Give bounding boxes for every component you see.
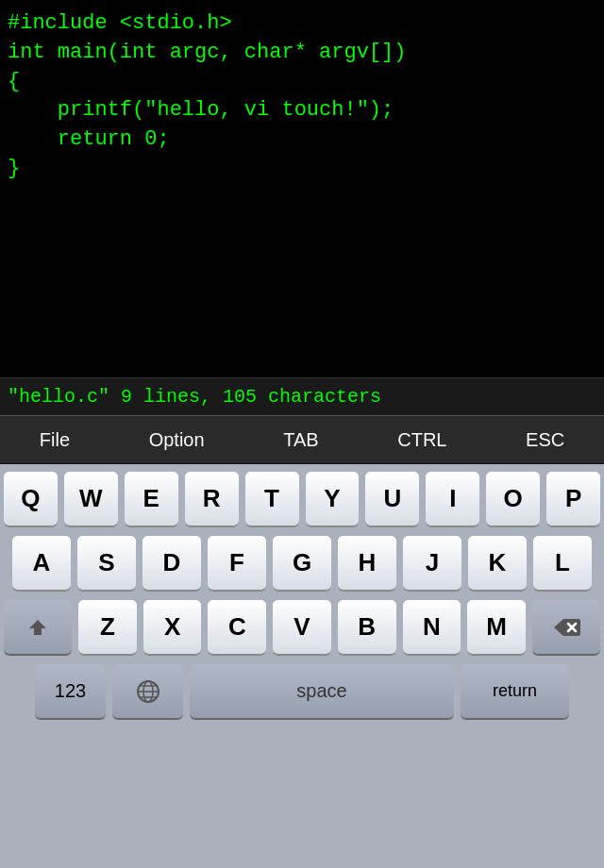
numbers-label: 123	[55, 680, 86, 702]
code-line-6: return 0;	[8, 125, 596, 155]
key-s[interactable]: S	[77, 536, 136, 591]
key-n[interactable]: N	[403, 600, 461, 655]
key-k[interactable]: K	[468, 536, 527, 591]
key-d[interactable]: D	[143, 536, 201, 591]
return-label: return	[493, 681, 537, 701]
file-button[interactable]: File	[25, 424, 85, 457]
code-line-1: #include <stdio.h>	[8, 9, 596, 39]
key-x[interactable]: X	[143, 600, 202, 655]
backspace-button[interactable]	[532, 600, 600, 655]
keyboard: Q W E R T Y U I O P A S D F G H J K L Z …	[0, 464, 604, 868]
space-label: space	[296, 680, 346, 702]
ctrl-button[interactable]: CTRL	[382, 424, 461, 457]
globe-icon	[136, 679, 160, 704]
key-a[interactable]: A	[12, 536, 71, 591]
shift-icon	[26, 616, 49, 639]
key-f[interactable]: F	[208, 536, 266, 591]
key-y[interactable]: Y	[306, 472, 360, 526]
key-i[interactable]: I	[426, 472, 479, 526]
globe-button[interactable]	[112, 664, 183, 719]
key-m[interactable]: M	[467, 600, 526, 655]
space-button[interactable]: space	[190, 664, 454, 719]
keyboard-row-2: A S D F G H J K L	[4, 536, 600, 591]
code-line-5: printf("hello, vi touch!");	[8, 96, 596, 125]
status-text: "hello.c" 9 lines, 105 characters	[8, 386, 381, 408]
key-u[interactable]: U	[365, 472, 419, 526]
return-button[interactable]: return	[461, 664, 569, 719]
keyboard-row-3: Z X C V B N M	[4, 600, 600, 655]
key-p[interactable]: P	[546, 472, 600, 526]
code-line-3: int main(int argc, char* argv[])	[8, 39, 596, 68]
keyboard-row-1: Q W E R T Y U I O P	[4, 472, 600, 526]
key-z[interactable]: Z	[78, 600, 137, 655]
backspace-icon	[552, 617, 580, 638]
numbers-button[interactable]: 123	[35, 664, 106, 719]
key-l[interactable]: L	[533, 536, 592, 591]
key-e[interactable]: E	[125, 472, 178, 526]
shift-button[interactable]	[4, 600, 72, 655]
esc-button[interactable]: ESC	[511, 424, 579, 457]
option-button[interactable]: Option	[134, 424, 220, 457]
toolbar: File Option TAB CTRL ESC	[0, 415, 604, 464]
keyboard-row-4: 123 space return	[4, 664, 600, 719]
key-o[interactable]: O	[486, 472, 540, 526]
key-g[interactable]: G	[273, 536, 331, 591]
code-line-4: {	[8, 68, 596, 97]
status-bar: "hello.c" 9 lines, 105 characters	[0, 377, 604, 415]
key-w[interactable]: W	[64, 472, 118, 526]
key-h[interactable]: H	[338, 536, 396, 591]
key-v[interactable]: V	[273, 600, 331, 655]
key-t[interactable]: T	[245, 472, 299, 526]
code-editor[interactable]: #include <stdio.h> int main(int argc, ch…	[0, 0, 604, 377]
tab-button[interactable]: TAB	[268, 424, 333, 457]
key-q[interactable]: Q	[4, 472, 58, 526]
key-b[interactable]: B	[338, 600, 396, 655]
key-j[interactable]: J	[403, 536, 461, 591]
key-r[interactable]: R	[185, 472, 239, 526]
key-c[interactable]: C	[208, 600, 266, 655]
code-line-7: }	[8, 155, 596, 184]
